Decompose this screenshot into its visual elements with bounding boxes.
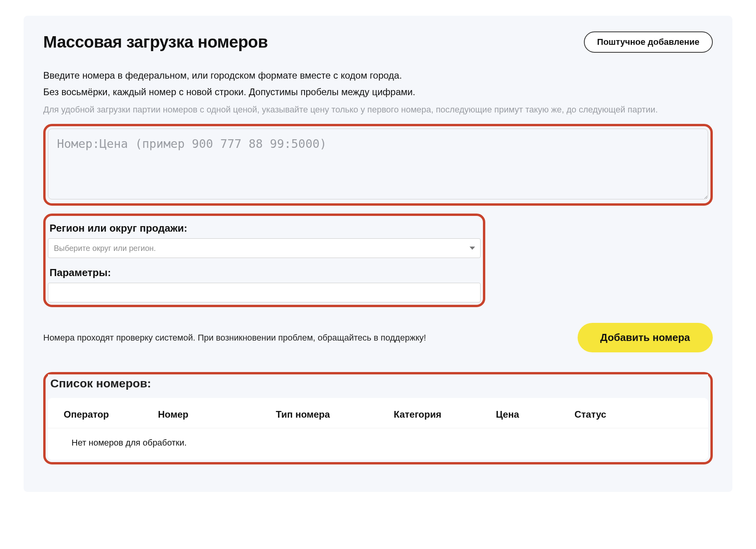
add-numbers-button[interactable]: Добавить номера <box>578 323 713 352</box>
col-category: Категория <box>394 409 496 420</box>
numbers-list-title: Список номеров: <box>48 374 708 398</box>
col-status: Статус <box>574 409 692 420</box>
params-label: Параметры: <box>50 267 481 279</box>
header-row: Массовая загрузка номеров Поштучное доба… <box>43 31 713 53</box>
region-select[interactable]: Выберите округ или регион. <box>48 238 481 258</box>
page-title: Массовая загрузка номеров <box>43 33 268 52</box>
col-type: Тип номера <box>276 409 394 420</box>
bulk-upload-panel: Массовая загрузка номеров Поштучное доба… <box>24 16 732 492</box>
col-number: Номер <box>158 409 276 420</box>
col-price: Цена <box>496 409 574 420</box>
instruction-line-3: Для удобной загрузки партии номеров с од… <box>43 103 713 116</box>
region-select-wrap: Выберите округ или регион. <box>48 238 481 258</box>
region-label: Регион или округ продажи: <box>50 222 481 234</box>
instruction-line-1: Введите номера в федеральном, или городс… <box>43 68 713 83</box>
actions-row: Номера проходят проверку системой. При в… <box>43 323 713 352</box>
region-params-highlight: Регион или округ продажи: Выберите округ… <box>43 214 485 307</box>
numbers-list-highlight: Список номеров: Оператор Номер Тип номер… <box>43 372 713 464</box>
numbers-list-block: Оператор Номер Тип номера Категория Цена… <box>48 398 708 460</box>
instruction-line-2: Без восьмёрки, каждый номер с новой стро… <box>43 85 713 99</box>
params-input[interactable] <box>48 283 481 302</box>
single-add-button[interactable]: Поштучное добавление <box>584 31 713 53</box>
numbers-input-highlight <box>43 124 713 206</box>
numbers-empty-row: Нет номеров для обработки. <box>48 428 708 460</box>
col-operator: Оператор <box>64 409 158 420</box>
support-hint: Номера проходят проверку системой. При в… <box>43 333 426 343</box>
numbers-textarea[interactable] <box>48 129 708 199</box>
numbers-table-head: Оператор Номер Тип номера Категория Цена… <box>48 398 708 428</box>
